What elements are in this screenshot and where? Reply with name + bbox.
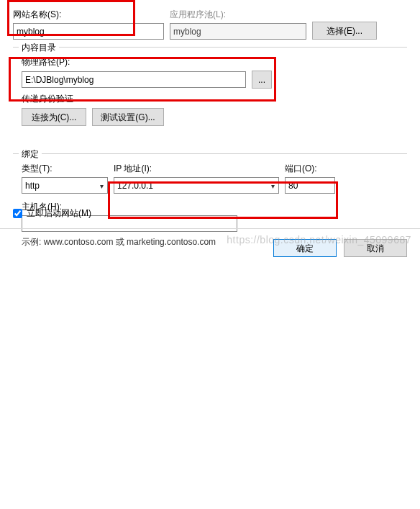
dialog-footer: 立即启动网站(M) 确定 取消 (13, 207, 407, 257)
port-label: 端口(O): (285, 163, 335, 175)
type-select[interactable]: http (22, 177, 108, 194)
app-pool-input (170, 23, 306, 40)
add-website-dialog: 网站名称(S): 应用程序池(L): 选择(E)... 内容目录 物理路径(P)… (0, 0, 420, 267)
physical-path-input[interactable] (22, 71, 246, 88)
watermark-text: https://blog.csdn.net/weixin_45099687 (227, 234, 411, 246)
type-label: 类型(T): (22, 163, 108, 175)
select-app-pool-button[interactable]: 选择(E)... (312, 22, 377, 40)
content-directory-group: 内容目录 物理路径(P): ... 传递身份验证 连接为(C)... 测试设置(… (13, 47, 407, 140)
app-pool-label: 应用程序池(L): (170, 9, 306, 21)
auth-label: 传递身份验证 (22, 93, 398, 105)
ip-label: IP 地址(I): (114, 163, 279, 175)
physical-path-label: 物理路径(P): (22, 56, 398, 68)
connect-as-button[interactable]: 连接为(C)... (22, 108, 86, 126)
port-input[interactable] (285, 177, 335, 194)
start-now-checkbox[interactable] (13, 209, 22, 218)
binding-group-label: 绑定 (19, 148, 42, 161)
content-group-label: 内容目录 (19, 42, 59, 54)
browse-path-button[interactable]: ... (252, 71, 272, 89)
test-settings-button[interactable]: 测试设置(G)... (92, 108, 164, 126)
site-name-input[interactable] (13, 23, 164, 40)
ip-address-input[interactable] (114, 177, 279, 194)
site-name-label: 网站名称(S): (13, 9, 164, 21)
start-now-label: 立即启动网站(M) (27, 207, 91, 220)
